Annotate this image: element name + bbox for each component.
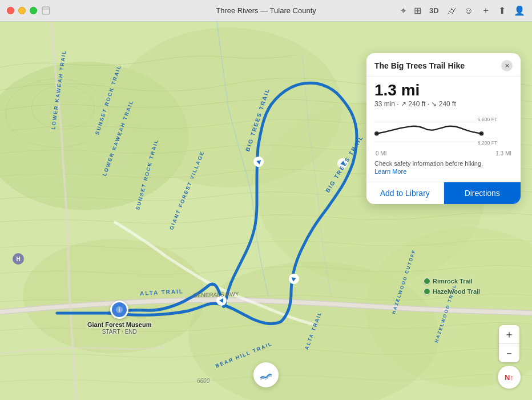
- svg-point-9: [6, 79, 108, 147]
- hazelwood-trail-name: Hazelwood Trail: [433, 288, 480, 295]
- trail-card-title: The Big Trees Trail Hike: [374, 61, 465, 70]
- trail-meta: 33 min · ↗ 240 ft · ↘ 240 ft: [374, 100, 513, 108]
- svg-point-13: [336, 157, 349, 170]
- svg-point-11: [216, 295, 227, 306]
- svg-point-15: [13, 253, 24, 265]
- elevation-chart: 6,600 FT 6,200 FT: [374, 114, 513, 148]
- giant-forest-museum-marker[interactable]: i Giant Forest Museum START · END: [87, 301, 151, 335]
- trail-distance: 1.3 mi: [374, 82, 513, 98]
- trail-card-header: The Big Trees Trail Hike ✕: [366, 53, 521, 77]
- rimrock-trail-marker[interactable]: Rimrock Trail: [424, 278, 473, 285]
- directions-button[interactable]: Directions: [444, 182, 521, 204]
- sunset-rock-2-label: SUNSET ROCK TRAIL: [135, 138, 159, 211]
- svg-text:6,200 FT: 6,200 FT: [478, 140, 498, 146]
- svg-point-10: [31, 86, 94, 129]
- traffic-lights: [7, 7, 37, 14]
- poi-name: Giant Forest Museum: [87, 321, 151, 329]
- titlebar: Three Rivers — Tulare County ⌖ ⊞ 3D ⌭ ☺ …: [0, 0, 532, 22]
- svg-point-4: [114, 27, 342, 187]
- zoom-controls: ＋ －: [499, 325, 519, 362]
- binoculars-icon[interactable]: ⌭: [447, 6, 456, 16]
- distance-start: 0 MI: [376, 150, 386, 157]
- map[interactable]: H 6600 BIG TREES TRAIL BIG TREES TRAIL A…: [0, 22, 532, 400]
- trail-info-card: The Big Trees Trail Hike ✕ 1.3 mi 33 min…: [366, 53, 521, 204]
- alta-trail-label: ALTA TRAIL: [140, 288, 184, 297]
- place-dot: [424, 278, 430, 285]
- place-dot: [424, 288, 430, 295]
- svg-text:H: H: [16, 256, 20, 262]
- generals-hwy-label: GENERALS HWY: [193, 291, 239, 299]
- svg-point-12: [252, 155, 265, 168]
- poi-icon[interactable]: i: [110, 301, 128, 319]
- share-icon[interactable]: ⬆: [498, 5, 506, 16]
- distance-end: 1.3 MI: [495, 150, 511, 157]
- titlebar-toolbar: ⌖ ⊞ 3D ⌭ ☺ ＋ ⬆ 👤: [401, 5, 525, 17]
- route-icon: [259, 368, 273, 382]
- big-trees-trail-label-1: BIG TREES TRAIL: [244, 87, 271, 153]
- hiking-route-button[interactable]: [253, 362, 279, 387]
- safety-info-text: Check safety information before hiking.: [374, 160, 513, 167]
- account-icon[interactable]: 👤: [514, 5, 525, 16]
- window-icon: [42, 6, 50, 15]
- trail-card-body: 1.3 mi 33 min · ↗ 240 ft · ↘ 240 ft 6,60…: [366, 77, 521, 175]
- map-controls: ＋ － N↑: [498, 325, 521, 389]
- elevation-svg: 6,600 FT 6,200 FT: [374, 114, 500, 148]
- sunset-rock-label: SUNSET ROCK TRAIL: [94, 64, 122, 135]
- svg-point-14: [287, 272, 300, 285]
- distance-labels: 0 MI 1.3 MI: [374, 150, 513, 157]
- compass-button[interactable]: N↑: [498, 366, 521, 389]
- poi-sublabel: START · END: [102, 329, 137, 335]
- learn-more-link[interactable]: Learn More: [374, 168, 513, 175]
- svg-text:i: i: [119, 307, 120, 313]
- map-icon[interactable]: ⊞: [414, 5, 421, 16]
- rimrock-trail-name: Rimrock Trail: [433, 278, 473, 285]
- svg-point-6: [23, 239, 205, 353]
- alta-trail-2-label: ALTA TRAIL: [304, 310, 323, 350]
- svg-text:6,600 FT: 6,600 FT: [478, 117, 498, 122]
- trail-card-close-button[interactable]: ✕: [501, 60, 513, 71]
- add-to-library-button[interactable]: Add to Library: [366, 182, 444, 204]
- svg-point-3: [0, 62, 188, 210]
- hazelwood-cutoff-label: HAZELWOOD CUTOFF: [391, 249, 417, 314]
- 3d-icon[interactable]: 3D: [429, 6, 439, 15]
- trail-meta-text: 33 min · ↗ 240 ft · ↘ 240 ft: [374, 100, 456, 108]
- svg-rect-0: [42, 7, 50, 14]
- minimize-window-button[interactable]: [18, 7, 26, 14]
- lower-kaweah-2-label: LOWER KAWEAH TRAIL: [102, 99, 135, 177]
- lower-kaweah-label: LOWER KAWEAH TRAIL: [50, 49, 67, 130]
- close-window-button[interactable]: [7, 7, 14, 14]
- add-icon[interactable]: ＋: [481, 5, 490, 17]
- window-title: Three Rivers — Tulare County: [216, 6, 316, 15]
- navigation-icon[interactable]: ⌖: [401, 6, 406, 16]
- smiley-icon[interactable]: ☺: [464, 6, 473, 16]
- zoom-out-button[interactable]: －: [499, 344, 519, 362]
- svg-text:6600: 6600: [197, 378, 210, 384]
- svg-point-7: [188, 262, 440, 400]
- trail-card-actions: Add to Library Directions: [366, 182, 521, 204]
- zoom-in-button[interactable]: ＋: [499, 325, 519, 343]
- big-trees-trail-label-2: BIG TREES TRAIL: [324, 134, 365, 194]
- hazelwood-trail-marker[interactable]: Hazelwood Trail: [424, 288, 480, 295]
- fullscreen-window-button[interactable]: [30, 7, 37, 14]
- giant-forest-village-label: GIANT FOREST VILLAGE: [168, 150, 205, 230]
